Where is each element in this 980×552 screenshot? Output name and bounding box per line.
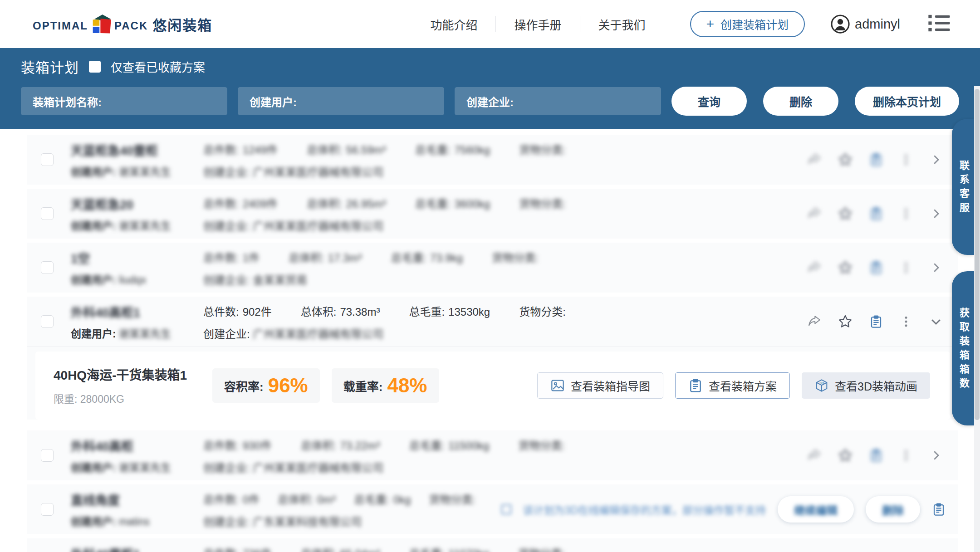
plan-title[interactable]: 1空	[71, 249, 203, 267]
username: adminyl	[855, 17, 900, 32]
star-icon[interactable]	[838, 206, 853, 221]
delete-page-button[interactable]: 删除本页计划	[855, 87, 959, 116]
creator-label: 创建用户:	[71, 462, 116, 474]
company-value: 广州某某医疗器械有限公司	[253, 166, 383, 178]
share-icon[interactable]	[808, 207, 821, 220]
stat-value: 26.95m³	[346, 198, 386, 210]
container-name: 40HQ海运-干货集装箱1	[54, 365, 212, 383]
chevron-right-icon[interactable]	[929, 261, 943, 274]
app-root: Optimal Pack 悠闲装箱 功能介绍 操作手册 关于我们 + 创建装箱计…	[0, 0, 980, 552]
stat-value: 1249件	[243, 144, 278, 156]
user-menu[interactable]: adminyl	[830, 14, 900, 34]
stat-label: 总体积:	[278, 493, 314, 506]
row-checkbox[interactable]	[41, 261, 54, 274]
nav-manual[interactable]: 操作手册	[496, 16, 579, 33]
volume-rate-chip: 容积率: 96%	[212, 368, 320, 403]
stat-value: 11070kg	[448, 547, 489, 552]
delete-plan-button[interactable]: 删除	[866, 496, 920, 523]
stat-value: 3600kg	[454, 198, 490, 210]
favorites-only-checkbox[interactable]	[89, 61, 101, 73]
clipboard-icon[interactable]	[869, 153, 883, 166]
clipboard-icon[interactable]	[869, 207, 883, 220]
view-3d-animation-label: 查看3D装箱动画	[835, 377, 917, 394]
stat-label: 总体积:	[307, 198, 343, 210]
stat-label: 货物分类:	[518, 547, 565, 552]
share-icon[interactable]	[808, 261, 821, 274]
chevron-right-icon[interactable]	[929, 449, 943, 462]
chevron-down-icon[interactable]	[929, 315, 943, 328]
stat-value: 11500kg	[448, 440, 489, 452]
view-guide-image-button[interactable]: 查看装箱指导图	[537, 372, 663, 399]
share-icon[interactable]	[808, 153, 821, 166]
view-3d-animation-button[interactable]: 3D 查看3D装箱动画	[802, 372, 930, 399]
row-checkbox[interactable]	[41, 153, 54, 166]
stat-label: 货物分类:	[519, 198, 566, 210]
creator-input[interactable]: 创建用户:	[238, 87, 444, 115]
chevron-right-icon[interactable]	[929, 207, 943, 220]
create-plan-label: 创建装箱计划	[720, 16, 789, 32]
table-row: 外科40壹柜1 创建用户: 谢某某先生 总件数:736件 总体积:65.04m³…	[27, 538, 958, 552]
plan-title[interactable]: 外科40高柜	[71, 437, 203, 454]
creator-value: 谢某某先生	[119, 462, 171, 474]
contact-support-tab[interactable]: 联系客服	[952, 119, 975, 255]
kebab-icon[interactable]	[899, 207, 913, 220]
company-label: 创建企业:	[203, 516, 250, 528]
star-icon[interactable]	[838, 314, 853, 329]
creator-value: 谢某某先生	[119, 220, 171, 232]
kebab-icon[interactable]	[899, 153, 913, 166]
scrollbar-thumb[interactable]	[975, 89, 980, 420]
get-container-count-tab[interactable]: 获取装箱箱数	[952, 271, 975, 425]
nav-features[interactable]: 功能介绍	[412, 16, 495, 33]
table-row: 外科40高柜 创建用户: 谢某某先生 总件数:930件 总体积:73.22m³ …	[27, 430, 958, 480]
document-icon	[688, 378, 703, 393]
creator-label: 创建用户:	[250, 93, 297, 109]
share-icon[interactable]	[808, 315, 821, 328]
company-value: 广州某某医疗器械有限公司	[253, 220, 383, 232]
row-checkbox[interactable]	[41, 207, 54, 220]
stat-label: 总件数:	[203, 306, 239, 318]
company-label: 创建企业:	[203, 462, 250, 474]
weight-limit-label: 限重:	[54, 393, 77, 405]
list-menu-icon[interactable]	[928, 14, 950, 34]
star-icon[interactable]	[838, 448, 853, 463]
row-checkbox[interactable]	[41, 449, 54, 462]
kebab-icon[interactable]	[899, 315, 913, 328]
stat-value: 73.22m³	[340, 440, 380, 452]
create-plan-button[interactable]: + 创建装箱计划	[690, 11, 805, 37]
row-checkbox[interactable]	[41, 503, 54, 516]
company-input[interactable]: 创建企业:	[455, 87, 661, 115]
chevron-right-icon[interactable]	[929, 153, 943, 166]
view-guide-image-label: 查看装箱指导图	[571, 377, 650, 394]
star-icon[interactable]	[838, 260, 853, 275]
stat-label: 货物分类:	[519, 144, 566, 156]
plan-title[interactable]: 外科40壹柜1	[71, 545, 203, 552]
plan-title[interactable]: 直线角度	[71, 491, 203, 508]
table-row: 天蓝柜急20 创建用户: 谢某某先生 总件数:2409件 总体积:26.95m³…	[27, 189, 958, 239]
plan-title[interactable]: 天蓝柜急20	[71, 195, 203, 213]
stat-label: 总件数:	[203, 198, 239, 210]
plan-name-input[interactable]: 装箱计划名称:	[21, 87, 227, 115]
volume-rate-value: 96%	[268, 376, 308, 396]
share-icon[interactable]	[808, 449, 821, 462]
view-plan-label: 查看装箱方案	[709, 377, 777, 394]
query-button[interactable]: 查询	[671, 87, 747, 116]
kebab-icon[interactable]	[899, 449, 913, 462]
clipboard-icon[interactable]	[869, 261, 883, 274]
plus-icon: +	[706, 17, 715, 31]
company-label: 创建企业:	[203, 220, 250, 232]
delete-button[interactable]: 删除	[763, 87, 838, 116]
clipboard-icon[interactable]	[869, 449, 883, 462]
continue-edit-button[interactable]: 继续编辑	[778, 496, 854, 523]
plan-title[interactable]: 天蓝柜急40壹柜	[71, 141, 203, 159]
kebab-icon[interactable]	[899, 261, 913, 274]
view-plan-button[interactable]: 查看装箱方案	[675, 372, 790, 399]
star-icon[interactable]	[838, 152, 853, 167]
continue-edit-label: 继续编辑	[794, 504, 838, 517]
clipboard-icon[interactable]	[869, 315, 883, 328]
nav-about[interactable]: 关于我们	[580, 16, 664, 33]
company-label: 创建企业:	[203, 328, 250, 340]
plan-title[interactable]: 外科40高柜1	[71, 303, 203, 321]
clipboard-icon[interactable]	[932, 503, 946, 516]
brand-logo[interactable]: Optimal Pack 悠闲装箱	[33, 12, 212, 36]
row-checkbox[interactable]	[41, 315, 54, 328]
